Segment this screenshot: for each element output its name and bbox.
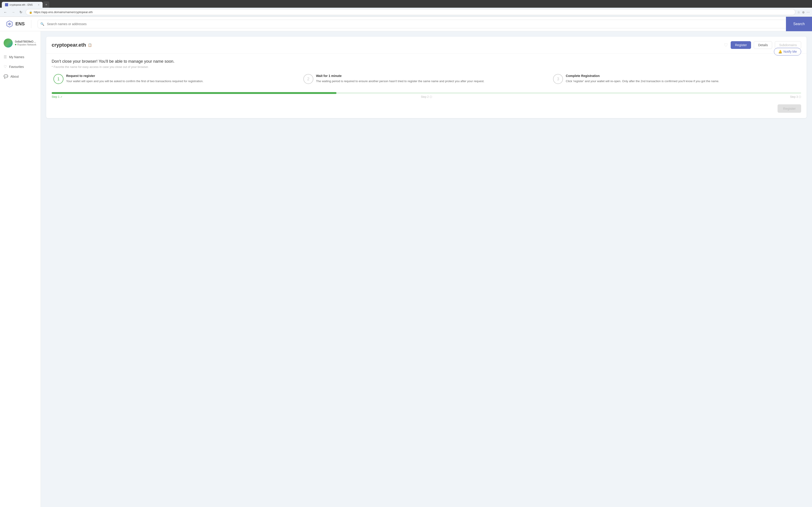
step1-label: Step 1 ✓ [52, 95, 62, 99]
step-1-content: Request to register Your wallet will ope… [66, 74, 300, 83]
sidebar-item-about[interactable]: 💬 About [0, 71, 41, 81]
step-2-content: Wait for 1 minute The waiting period is … [316, 74, 550, 83]
bookmark-icon[interactable]: ☆ [797, 10, 800, 14]
ens-logo-svg [5, 20, 14, 28]
register-action: Register [52, 101, 801, 113]
step-1-circle: 1 [53, 74, 63, 84]
step-1-title: Request to register [66, 74, 300, 78]
user-avatar [4, 39, 13, 48]
step-3-circle: 3 [553, 74, 563, 84]
user-network: Ropsten Network [15, 43, 37, 46]
sidebar-item-favourites[interactable]: ♡ Favourites [0, 62, 41, 71]
progress-bar-fill [52, 92, 337, 94]
list-icon: ☰ [4, 55, 7, 59]
notify-me-button[interactable]: 🔔 Notify Me [774, 48, 801, 55]
new-tab-button[interactable]: + [43, 1, 49, 8]
user-address: 0x8a978839eDB... [15, 40, 37, 43]
sidebar: 0x8a978839eDB... Ropsten Network ☰ My Na… [0, 31, 41, 507]
search-input[interactable] [38, 20, 790, 28]
progress-section: Don't close your browser! You'll be able… [46, 54, 807, 118]
steps-container: 1 Request to register Your wallet will o… [52, 74, 801, 86]
favorite-hint: * Favorite the name for easy access in c… [52, 65, 174, 69]
bell-icon: 🔔 [778, 50, 782, 53]
heart-icon: ♡ [4, 64, 7, 69]
dont-close-message: Don't close your browser! You'll be able… [52, 59, 174, 64]
back-button[interactable]: ← [2, 9, 8, 15]
secure-icon: 🔒 [29, 11, 33, 14]
app-body: 0x8a978839eDB... Ropsten Network ☰ My Na… [0, 31, 812, 507]
step-1: 1 Request to register Your wallet will o… [52, 74, 302, 86]
tab-close-icon[interactable]: × [38, 3, 39, 6]
sidebar-item-my-names[interactable]: ☰ My Names [0, 52, 41, 62]
step-2-title: Wait for 1 minute [316, 74, 550, 78]
step-3: 3 Complete Registration Click 'register'… [551, 74, 801, 86]
step-3-title: Complete Registration [566, 74, 799, 78]
step3-label: Step 3 ⓘ [790, 95, 801, 99]
active-tab[interactable]: cryptopear.eth - ENS × [2, 2, 43, 8]
forward-button[interactable]: → [10, 9, 16, 15]
favorite-button[interactable]: ♡ [724, 42, 728, 48]
tab-details-button[interactable]: Details [754, 41, 772, 49]
search-button[interactable]: Search [786, 17, 812, 31]
search-icon: 🔍 [40, 22, 44, 26]
step-1-desc: Your wallet will open and you will be as… [66, 79, 300, 83]
network-status-dot [15, 44, 16, 45]
app-header: ENS 🔍 EN ▾ Search [0, 17, 812, 31]
sidebar-label-favourites: Favourites [9, 65, 24, 69]
extensions-icon[interactable]: ⊕ [802, 10, 805, 14]
name-title: cryptopear.eth 📋 [52, 42, 724, 48]
main-content: cryptopear.eth 📋 ♡ Register Details Subd… [41, 31, 812, 507]
user-info: 0x8a978839eDB... Ropsten Network [15, 40, 37, 46]
step-3-desc: Click 'register' and your wallet will re… [566, 79, 799, 83]
tab-register-button[interactable]: Register [731, 41, 751, 49]
address-bar[interactable]: 🔒 https://app.ens.domains/name/cryptopea… [26, 9, 796, 15]
progress-bar-container: Step 1 ✓ Step 2 ⓘ Step 3 ⓘ [52, 92, 801, 95]
name-header: cryptopear.eth 📋 ♡ Register Details Subd… [46, 37, 807, 54]
sidebar-user: 0x8a978839eDB... Ropsten Network [0, 36, 41, 52]
step-3-content: Complete Registration Click 'register' a… [566, 74, 799, 83]
search-container: 🔍 [38, 20, 790, 28]
tab-title: cryptopear.eth - ENS [9, 3, 33, 6]
register-disabled-button[interactable]: Register [777, 104, 801, 113]
ens-logo[interactable]: ENS [5, 20, 25, 28]
chat-icon: 💬 [4, 74, 8, 78]
menu-icon[interactable]: ⋯ [807, 10, 810, 14]
tab-favicon [5, 3, 8, 6]
address-text: https://app.ens.domains/name/cryptopear.… [34, 10, 792, 14]
step-2: 2 Wait for 1 minute The waiting period i… [302, 74, 551, 86]
ens-logo-text: ENS [15, 21, 25, 26]
sidebar-nav: ☰ My Names ♡ Favourites 💬 About [0, 52, 41, 81]
step-2-desc: The waiting period is required to ensure… [316, 79, 550, 83]
sidebar-label-my-names: My Names [9, 55, 24, 59]
copy-icon[interactable]: 📋 [88, 43, 92, 47]
step2-label: Step 2 ⓘ [421, 95, 432, 99]
progress-bar-track [52, 92, 801, 94]
step-2-circle: 2 [303, 74, 313, 84]
name-card: cryptopear.eth 📋 ♡ Register Details Subd… [46, 37, 807, 118]
sidebar-label-about: About [10, 75, 19, 78]
refresh-button[interactable]: ↻ [18, 9, 24, 15]
